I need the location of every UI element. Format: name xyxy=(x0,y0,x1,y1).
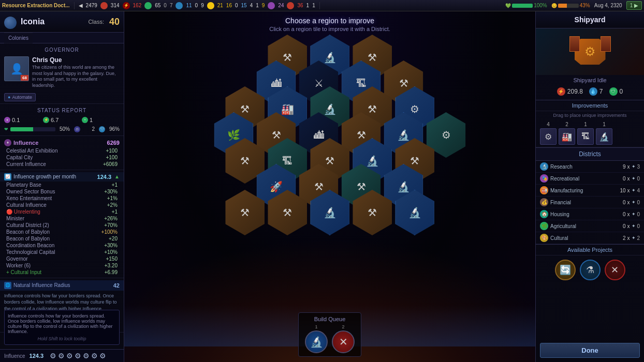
map-top-text: Choose a region to improve Click on a re… xyxy=(269,17,390,32)
planet-sphere xyxy=(4,17,17,29)
right-panel: Shipyard ⚙ Shipyard Idle ⚡ 209.8 💧 7 xyxy=(535,11,644,362)
recreational-district-icon: 🎭 xyxy=(540,174,548,183)
bonus-governor: Governor +150 xyxy=(4,255,120,262)
topbar-science-icon xyxy=(175,2,183,9)
topbar-money-icon xyxy=(207,2,214,9)
status-section-title: Status Report xyxy=(4,106,120,115)
housing-district-icon: 🏠 xyxy=(540,210,548,218)
stat-culture: ♦ 0.1 xyxy=(4,117,42,123)
bonus-planetary: Planetary Base +1 xyxy=(4,182,120,188)
choose-region-text: Choose a region to improve xyxy=(269,17,390,25)
bonus-cultural-district: Cultural District (2) +70% xyxy=(4,222,120,229)
health-bar-row: ❤ 50% ⚖ 2 🛡 96% xyxy=(4,125,120,133)
health-bar xyxy=(512,4,533,8)
improvement-icon-4[interactable]: 🔬 xyxy=(596,128,612,145)
nav-left-icon[interactable]: ◀ xyxy=(79,3,83,8)
influence-icon: ♦ xyxy=(4,139,11,146)
project-btn-3[interactable]: ✕ xyxy=(605,260,625,280)
build-queue-icon-science[interactable]: 🔬 xyxy=(305,330,328,353)
growth-arrow: ▲ xyxy=(114,174,120,179)
cultural-district-count: 2 x xyxy=(619,235,630,241)
influence-detail-current: Current Influence +6069 xyxy=(4,161,120,168)
morale-container: 😊 43% xyxy=(551,3,590,8)
tooltip-text: Influence controls how far your borders … xyxy=(8,313,116,334)
financial-district-name: Financial xyxy=(550,200,617,205)
planet-header: Iconia Class: 40 xyxy=(0,11,124,33)
topbar-nav-left[interactable]: ◀ xyxy=(79,3,83,8)
growth-label: Influence growth per month xyxy=(13,174,76,179)
research-district-count: 9 x xyxy=(619,164,630,170)
governor-section: Governor 👤 68 Chris Que The citizens of … xyxy=(0,43,124,104)
district-row-agricultural: 🌿 Agricultural 0 x ✦ 0 xyxy=(536,220,644,232)
project-btn-1[interactable]: 🔄 xyxy=(555,260,576,280)
shipyard-science-value: 7 xyxy=(599,88,603,95)
improvement-icon-3[interactable]: 🏗 xyxy=(577,128,594,145)
bonus-beacon1: Beacon of Babylon +100% xyxy=(4,229,120,235)
growth-header: 📈 Influence growth per month 124.3 ▲ xyxy=(0,172,124,182)
manufacturing-district-count: 10 x xyxy=(619,188,630,193)
governor-name: Chris Que xyxy=(32,56,120,64)
manufacturing-district-icon: 🏭 xyxy=(540,186,548,194)
bonus-minister: Minister +26% xyxy=(4,215,120,222)
build-queue-item-2[interactable]: 2 ✕ xyxy=(332,324,355,353)
cultural-workers: ✦ 2 xyxy=(632,235,640,241)
recreational-district-name: Recreational xyxy=(550,176,617,182)
morale-value: 43% xyxy=(580,3,590,8)
planet-name: Iconia xyxy=(21,17,86,26)
balance-value: 2 xyxy=(82,126,95,132)
improvement-item-3[interactable]: 1 🏗 xyxy=(577,122,594,145)
bottom-icons: ⚙ ⚙ ⚙ ⚙ ⚙ ⚙ ⚙ xyxy=(50,352,106,360)
improvements-section-title: Improvements xyxy=(536,100,644,111)
project-btn-2[interactable]: ⚗ xyxy=(580,260,601,280)
nat-influence-label: Natural Influence Radius xyxy=(13,282,70,288)
improvement-item-2[interactable]: 2 🏭 xyxy=(559,122,575,145)
health-label: ❤ xyxy=(4,127,8,132)
left-panel: Iconia Class: 40 Colonies Governor 👤 68 xyxy=(0,11,124,362)
topbar-combat-icon xyxy=(287,2,294,9)
research-workers: ✦ 3 xyxy=(632,164,640,170)
shipyard-armor-icon: 🛡 xyxy=(609,87,618,96)
health-container: 💚 100% xyxy=(505,3,547,8)
build-queue-icon-combat[interactable]: ✕ xyxy=(332,330,355,353)
financial-workers: ✦ 0 xyxy=(632,200,640,205)
shipyard-arm2 xyxy=(569,36,580,52)
culture-icon: ♦ xyxy=(4,117,10,123)
pop-icon: + xyxy=(82,117,88,123)
end-turn-button[interactable]: 1 ▶ xyxy=(626,1,642,10)
shipyard-science-icon: 💧 xyxy=(589,87,597,96)
shipyard-title: Shipyard xyxy=(536,11,644,28)
health-fill xyxy=(512,4,533,8)
bottom-icon-3: ⚙ xyxy=(66,352,73,360)
stats-grid: ♦ 0.1 ⚡ 6.7 + 1 xyxy=(4,115,120,125)
bonus-cultural-input: + Cultural Input +6.99 xyxy=(4,269,120,276)
improvement-icon-1[interactable]: ⚙ xyxy=(540,128,557,145)
bonus-tech: Technological Capital +10% xyxy=(4,249,120,255)
agricultural-district-name: Agricultural xyxy=(550,223,617,229)
left-scroll: Governor 👤 68 Chris Que The citizens of … xyxy=(0,43,124,349)
bottom-icon-5: ⚙ xyxy=(83,352,90,360)
tooltip-hold-hint: Hold Shift to lock tooltip xyxy=(8,336,116,341)
bottom-icon-6: ⚙ xyxy=(91,352,98,360)
improvement-item-1[interactable]: 4 ⚙ xyxy=(540,122,557,145)
influence-total: 6269 xyxy=(107,140,120,146)
shipyard-arm xyxy=(601,36,611,52)
improvement-icon-2[interactable]: 🏭 xyxy=(559,128,575,145)
hex-grid[interactable]: ⚒ 🔬 ⚒ 🏙 ⚔ 🏗 ⚒ ⚒ 🏭 🔬 ⚒ ⚙ 🌿 ⚒ xyxy=(193,40,467,221)
districts-section-title: Districts xyxy=(536,147,644,161)
done-button[interactable]: Done xyxy=(540,343,640,358)
bonus-sector: Owned Sector Bonus +30% xyxy=(4,188,120,195)
shipyard-stats: ⚡ 209.8 💧 7 🛡 0 xyxy=(536,85,644,100)
natural-influence-header: 🌐 Natural Influence Radius 42 xyxy=(0,280,124,291)
influence-header: ♦ Influence 6269 xyxy=(4,138,120,147)
build-queue-items: 1 🔬 2 ✕ xyxy=(305,324,355,353)
recreational-district-count: 0 x xyxy=(619,176,630,182)
housing-district-name: Housing xyxy=(550,212,617,217)
build-queue-item-1[interactable]: 1 🔬 xyxy=(305,324,328,353)
date-display: Aug 4, 2320 xyxy=(594,3,622,8)
bonus-xeno: Xeno Entertainment +1% xyxy=(4,195,120,202)
food-icon: ⚡ xyxy=(43,117,49,123)
planet-class-label: Class: xyxy=(88,19,104,25)
automate-button[interactable]: ● Automate xyxy=(4,93,36,101)
colonies-tab[interactable]: Colonies xyxy=(0,33,124,43)
improvement-item-4[interactable]: 1 🔬 xyxy=(596,122,612,145)
